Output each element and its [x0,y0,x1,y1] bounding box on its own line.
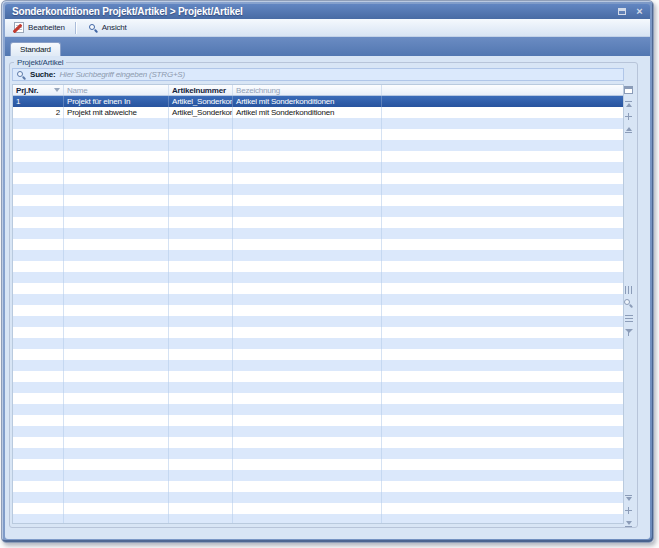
grid-cell [64,294,169,305]
column-header-bezeichnung[interactable]: Bezeichnung [233,85,382,95]
column-header-label: Artikelnummer [172,86,226,95]
add-row-button[interactable] [623,111,634,122]
column-header-filler[interactable] [382,85,623,95]
table-row-empty[interactable] [13,349,623,360]
table-row-empty[interactable] [13,118,623,129]
table-row-empty[interactable] [13,481,623,492]
grid-cell [233,360,382,371]
table-row-empty[interactable] [13,371,623,382]
grid-cell [382,239,623,250]
grid-cell: Artikel mit Sonderkonditionen [233,107,382,118]
grid-cell [64,151,169,162]
table-row-empty[interactable] [13,404,623,415]
table-row-empty[interactable] [13,338,623,349]
table-row-empty[interactable] [13,261,623,272]
grid-cell [233,206,382,217]
columns-tool-button[interactable] [623,284,634,295]
grid-cell [64,327,169,338]
grid-cell [13,272,64,283]
grid-cell [13,173,64,184]
grid-cell [64,217,169,228]
table-row-empty[interactable] [13,184,623,195]
grid-cell [169,140,233,151]
table-row-empty[interactable] [13,151,623,162]
table-row-empty[interactable] [13,316,623,327]
table-row-empty[interactable] [13,195,623,206]
title-bar[interactable]: Sonderkonditionen Projekt/Artikel > Proj… [5,4,650,19]
table-row-empty[interactable] [13,294,623,305]
page-down-button[interactable] [623,505,634,516]
tab-standard[interactable]: Standard [10,42,61,56]
grid-cell [64,393,169,404]
grid-cell [233,217,382,228]
table-row-empty[interactable] [13,283,623,294]
column-header-prjnr[interactable]: Prj.Nr. [13,85,64,95]
grid-cell [13,129,64,140]
filter-tool-button[interactable] [623,326,634,337]
table-row-empty[interactable] [13,470,623,481]
table-row-empty[interactable] [13,437,623,448]
grid-cell [382,217,623,228]
table-row-empty[interactable] [13,393,623,404]
grid-cell [382,261,623,272]
column-header-artikelnummer[interactable]: Artikelnummer [169,85,233,95]
table-row-empty[interactable] [13,140,623,151]
search-bar[interactable]: Suche: Hier Suchbegriff eingeben (STRG+S… [12,68,624,81]
table-row-empty[interactable] [13,129,623,140]
grid-cell [13,162,64,173]
table-row-empty[interactable] [13,327,623,338]
column-header-name[interactable]: Name [64,85,169,95]
table-row-empty[interactable] [13,272,623,283]
table-row-empty[interactable] [13,360,623,371]
scroll-down-button[interactable] [623,492,634,503]
sort-tool-button[interactable] [623,312,634,323]
table-row-empty[interactable] [13,382,623,393]
grid-cell [13,470,64,481]
table-row[interactable]: 2Projekt mit abweicheArtikel_Sonderkondi… [13,107,623,118]
projekt-artikel-grid: Prj.Nr.NameArtikelnummerBezeichnung 1Pro… [12,84,624,524]
grid-cell [13,195,64,206]
table-row-empty[interactable] [13,448,623,459]
zoom-tool-button[interactable] [623,298,634,309]
column-chooser-button[interactable] [623,84,634,95]
grid-cell [382,470,623,481]
groupbox-label: Projekt/Artikel [14,58,66,67]
grid-cell [169,250,233,261]
table-row-empty[interactable] [13,514,623,524]
table-row-empty[interactable] [13,426,623,437]
scroll-to-top-icon [625,101,632,107]
grid-cell [233,305,382,316]
grid-cell [382,129,623,140]
table-row-selected[interactable]: 1Projekt für einen InArtikel_Sonderkondi… [13,96,623,107]
table-row-empty[interactable] [13,459,623,470]
grid-cell [64,448,169,459]
table-row-empty[interactable] [13,250,623,261]
table-row-empty[interactable] [13,206,623,217]
grid-cell [169,338,233,349]
table-row-empty[interactable] [13,492,623,503]
ansicht-button[interactable]: Ansicht [80,20,133,35]
table-row-empty[interactable] [13,503,623,514]
close-button[interactable]: × [633,6,646,17]
table-row-empty[interactable] [13,305,623,316]
grid-cell [233,195,382,206]
scroll-to-top-button[interactable] [623,98,634,109]
table-row-empty[interactable] [13,217,623,228]
grid-cell [233,118,382,129]
scroll-to-end-button[interactable] [623,518,634,529]
grid-cell [382,404,623,415]
table-row-empty[interactable] [13,173,623,184]
scroll-up-button[interactable] [623,124,634,135]
restore-button[interactable] [615,6,628,17]
table-row-empty[interactable] [13,228,623,239]
column-header-label: Bezeichnung [236,86,280,95]
bearbeiten-button[interactable]: Bearbeiten [8,20,71,35]
grid-cell [382,481,623,492]
grid-cell [233,316,382,327]
grid-cell [13,481,64,492]
grid-cell [64,173,169,184]
grid-cell [13,459,64,470]
table-row-empty[interactable] [13,239,623,250]
table-row-empty[interactable] [13,415,623,426]
table-row-empty[interactable] [13,162,623,173]
